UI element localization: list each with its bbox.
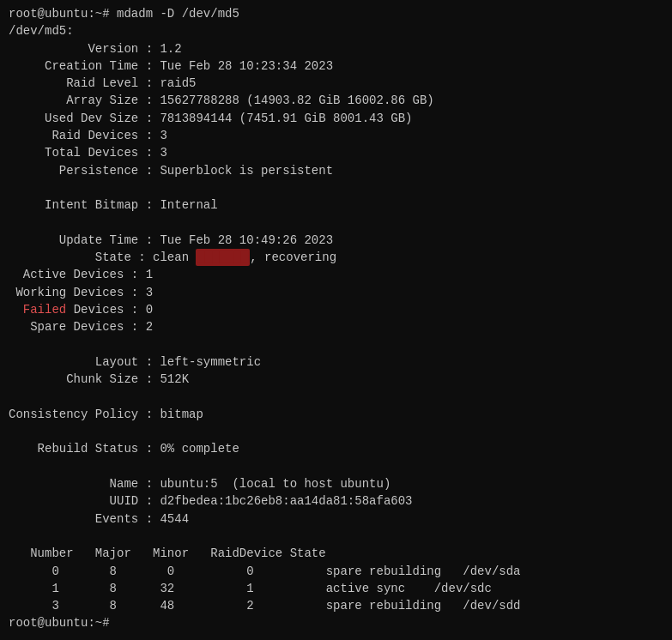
state-redacted: ███████ [196,249,250,266]
creation-time-line: Creation Time : Tue Feb 28 10:23:34 2023 [9,57,663,75]
table-row: 1 8 32 1 active sync /dev/sdc [9,580,663,597]
rebuild-status-label: Rebuild Status [9,440,138,457]
events-label: Events [9,510,138,528]
row3-raiddev: 2 [174,597,253,614]
row0-minor: 0 [117,563,174,580]
layout-line: Layout : left-symmetric [9,353,663,371]
rebuild-status-line: Rebuild Status : 0% complete [9,440,663,457]
total-devices-line: Total Devices : 3 [9,144,663,161]
update-time-value: : Tue Feb 28 10:49:26 2023 [138,232,333,249]
name-value: : ubuntu:5 (local to host ubuntu) [138,475,390,492]
device-line: /dev/md5: [9,22,663,39]
row1-num: 1 [9,580,59,597]
blank4 [9,389,663,406]
intent-bitmap-line: Intent Bitmap : Internal [9,196,663,214]
working-devices-value: : 3 [124,284,153,301]
failed-devices-suffix: Devices : 0 [66,301,153,318]
blank2 [9,214,663,232]
table-header: Number Major Minor RaidDevice State [9,545,326,562]
raid-devices-label: Raid Devices [9,127,138,144]
chunk-size-value: : 512K [138,371,189,388]
events-line: Events : 4544 [9,510,663,528]
failed-devices-line: Failed Devices : 0 [9,301,663,318]
command-line: root@ubuntu:~# mdadm -D /dev/md5 [9,5,663,22]
spare-devices-line: Spare Devices : 2 [9,318,663,335]
spare-devices-label: Spare Devices [9,318,124,335]
events-value: : 4544 [138,510,189,528]
creation-time-value: : Tue Feb 28 10:23:34 2023 [138,57,333,75]
uuid-label: UUID [9,492,138,510]
chunk-size-label: Chunk Size [9,371,138,388]
total-devices-value: : 3 [138,144,167,161]
intent-bitmap-label: Intent Bitmap [9,196,138,214]
blank5 [9,423,663,440]
row0-major: 8 [59,563,117,580]
prompt: root@ubuntu:~# mdadm -D /dev/md5 [9,5,239,22]
failed-devices-indent [9,301,23,318]
total-devices-label: Total Devices [9,144,138,161]
table-row: 0 8 0 0 spare rebuilding /dev/sda [9,563,663,580]
row3-major: 8 [59,597,117,614]
row0-num: 0 [9,563,59,580]
persistence-line: Persistence : Superblock is persistent [9,162,663,179]
array-size-line: Array Size : 15627788288 (14903.82 GiB 1… [9,92,663,109]
blank1 [9,179,663,196]
spare-devices-value: : 2 [124,318,153,335]
consistency-policy-line: Consistency Policy : bitmap [9,406,663,423]
update-time-label: Update Time [9,232,138,249]
consistency-policy-label: Consistency Policy [9,406,138,423]
uuid-value: : d2fbedea:1bc26eb8:aa14da81:58afa603 [138,492,412,510]
name-label: Name [9,475,138,492]
row1-raiddev: 1 [174,580,253,597]
creation-time-label: Creation Time [9,57,138,75]
raid-devices-line: Raid Devices : 3 [9,127,663,144]
consistency-policy-value: : bitmap [138,406,203,423]
array-size-value: : 15627788288 (14903.82 GiB 16002.86 GB) [138,92,433,109]
persistence-label: Persistence [9,162,138,179]
blank7 [9,528,663,545]
version-label: Version [9,40,138,57]
rebuild-status-value: : 0% complete [138,440,239,457]
row1-minor: 32 [117,580,174,597]
bottom-prompt-line: root@ubuntu:~# [9,614,663,631]
persistence-value: : Superblock is persistent [138,162,333,179]
uuid-line: UUID : d2fbedea:1bc26eb8:aa14da81:58afa6… [9,492,663,510]
row3-minor: 48 [117,597,174,614]
table-row: 3 8 48 2 spare rebuilding /dev/sdd [9,597,663,614]
raid-level-label: Raid Level [9,75,138,92]
active-devices-label: Active Devices [9,266,124,283]
working-devices-label: Working Devices [9,284,124,301]
row0-state: spare rebuilding /dev/sda [254,563,521,580]
version-value: : 1.2 [138,40,181,57]
raid-devices-value: : 3 [138,127,167,144]
blank3 [9,336,663,353]
used-dev-size-label: Used Dev Size [9,110,138,127]
working-devices-line: Working Devices : 3 [9,284,663,301]
row1-major: 8 [59,580,117,597]
device-label: /dev/md5: [9,22,74,39]
state-suffix: , recovering [250,249,336,266]
chunk-size-line: Chunk Size : 512K [9,371,663,388]
failed-label: Failed [23,301,66,318]
raid-level-value: : raid5 [138,75,196,92]
used-dev-size-line: Used Dev Size : 7813894144 (7451.91 GiB … [9,110,663,127]
state-line: State : clean ███████, recovering [9,249,663,266]
bottom-prompt: root@ubuntu:~# [9,614,117,631]
terminal: root@ubuntu:~# mdadm -D /dev/md5 /dev/md… [0,0,672,640]
used-dev-size-value: : 7813894144 (7451.91 GiB 8001.43 GB) [138,110,412,127]
row3-state: spare rebuilding /dev/sdd [254,597,521,614]
update-time-line: Update Time : Tue Feb 28 10:49:26 2023 [9,232,663,249]
version-line: Version : 1.2 [9,40,663,57]
blank6 [9,458,663,475]
name-line: Name : ubuntu:5 (local to host ubuntu) [9,475,663,492]
row3-num: 3 [9,597,59,614]
table-header-line: Number Major Minor RaidDevice State [9,545,663,562]
state-prefix: State : clean [9,249,196,266]
active-devices-value: : 1 [124,266,153,283]
intent-bitmap-value: : Internal [138,196,217,214]
layout-value: : left-symmetric [138,353,261,371]
raid-level-line: Raid Level : raid5 [9,75,663,92]
array-size-label: Array Size [9,92,138,109]
row0-raiddev: 0 [174,563,253,580]
row1-state: active sync /dev/sdc [254,580,492,597]
